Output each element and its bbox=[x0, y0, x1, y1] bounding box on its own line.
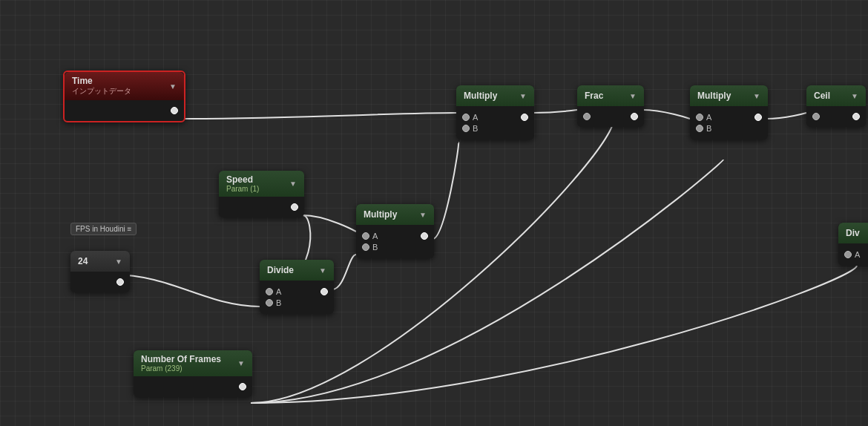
divide-output-a[interactable] bbox=[320, 288, 328, 295]
ceil-dropdown[interactable]: ▼ bbox=[851, 92, 858, 100]
div-partial-pin-a[interactable] bbox=[844, 251, 852, 258]
fps-label-icon: ≡ bbox=[127, 225, 131, 233]
multiply-right-title: Multiply bbox=[697, 91, 731, 101]
multiply-top-header: Multiply ▼ bbox=[456, 85, 534, 106]
multiply-left-dropdown[interactable]: ▼ bbox=[419, 211, 427, 219]
multiply-left-pin-a-row: A bbox=[362, 232, 428, 240]
ceil-pin-row bbox=[812, 113, 860, 120]
divide-node[interactable]: Divide ▼ A B bbox=[260, 260, 334, 314]
fps-label-text: FPS in Houdini bbox=[76, 225, 125, 233]
divide-pin-a[interactable] bbox=[266, 288, 273, 295]
multiply-right-body: A B bbox=[690, 106, 768, 140]
ceil-input-pin[interactable] bbox=[812, 113, 820, 120]
multiply-left-header: Multiply ▼ bbox=[356, 204, 434, 225]
numframes-node-title: Number Of Frames bbox=[141, 354, 221, 364]
time-node-title: Time bbox=[72, 76, 131, 86]
divide-pin-b[interactable] bbox=[266, 299, 273, 307]
ceil-title: Ceil bbox=[814, 91, 830, 101]
multiply-top-node[interactable]: Multiply ▼ A B bbox=[456, 85, 534, 140]
frac-pin-row bbox=[583, 113, 638, 120]
speed-node-subtitle: Param (1) bbox=[226, 185, 259, 193]
multiply-right-label-b: B bbox=[706, 124, 711, 133]
frac-header: Frac ▼ bbox=[577, 85, 644, 106]
numframes-node-body bbox=[134, 376, 252, 397]
div-partial-title: Div bbox=[846, 228, 860, 238]
multiply-top-pin-b[interactable] bbox=[462, 125, 470, 132]
multiply-top-dropdown[interactable]: ▼ bbox=[519, 92, 527, 100]
divide-node-header: Divide ▼ bbox=[260, 260, 334, 281]
ceil-body bbox=[806, 106, 866, 127]
ceil-header: Ceil ▼ bbox=[806, 85, 866, 106]
node-24-dropdown-icon[interactable]: ▼ bbox=[115, 258, 122, 266]
multiply-top-label-b: B bbox=[473, 124, 478, 133]
div-partial-body: A bbox=[838, 243, 868, 266]
multiply-left-title: Multiply bbox=[364, 209, 397, 220]
speed-node[interactable]: Speed Param (1) ▼ bbox=[219, 171, 304, 217]
multiply-right-pin-a-row: A bbox=[696, 113, 762, 122]
multiply-right-label-a: A bbox=[706, 113, 711, 122]
divide-pin-a-row: A bbox=[266, 287, 328, 296]
frac-title: Frac bbox=[585, 91, 603, 101]
node-24-output-pin[interactable] bbox=[116, 278, 124, 286]
time-node-body bbox=[65, 100, 184, 121]
multiply-right-header: Multiply ▼ bbox=[690, 85, 768, 106]
frac-node[interactable]: Frac ▼ bbox=[577, 85, 644, 127]
multiply-right-dropdown[interactable]: ▼ bbox=[753, 92, 760, 100]
multiply-top-title: Multiply bbox=[464, 91, 497, 101]
fps-label: FPS in Houdini ≡ bbox=[70, 223, 137, 235]
multiply-right-node[interactable]: Multiply ▼ A B bbox=[690, 85, 768, 140]
ceil-output-pin[interactable] bbox=[852, 113, 860, 120]
multiply-right-pin-b[interactable] bbox=[696, 125, 703, 132]
time-node[interactable]: Time インプットデータ ▼ bbox=[63, 71, 185, 122]
multiply-left-pin-b[interactable] bbox=[362, 243, 369, 251]
node-24-body bbox=[70, 272, 130, 292]
frac-dropdown[interactable]: ▼ bbox=[629, 92, 637, 100]
div-partial-pin-a-row: A bbox=[844, 250, 868, 259]
divide-dropdown-icon[interactable]: ▼ bbox=[319, 266, 326, 275]
multiply-top-pin-a[interactable] bbox=[462, 114, 470, 121]
node-24-title: 24 bbox=[78, 256, 88, 266]
multiply-left-pin-a[interactable] bbox=[362, 232, 369, 240]
multiply-top-body: A B bbox=[456, 106, 534, 140]
multiply-left-label-b: B bbox=[372, 243, 378, 252]
frac-output-pin[interactable] bbox=[631, 113, 638, 120]
time-output-pin[interactable] bbox=[171, 107, 178, 114]
multiply-left-body: A B bbox=[356, 225, 434, 258]
time-output-row bbox=[70, 107, 178, 114]
multiply-right-output[interactable] bbox=[754, 114, 762, 121]
numframes-dropdown-icon[interactable]: ▼ bbox=[237, 359, 245, 367]
multiply-top-label-a: A bbox=[473, 113, 478, 122]
multiply-top-pin-b-row: B bbox=[462, 124, 528, 133]
ceil-node[interactable]: Ceil ▼ bbox=[806, 85, 866, 127]
divide-label-a: A bbox=[276, 287, 281, 296]
multiply-left-node[interactable]: Multiply ▼ A B bbox=[356, 204, 434, 258]
frac-input-pin[interactable] bbox=[583, 113, 591, 120]
numframes-node-header: Number Of Frames Param (239) ▼ bbox=[134, 350, 252, 376]
multiply-right-pin-a[interactable] bbox=[696, 114, 703, 121]
time-node-header: Time インプットデータ ▼ bbox=[65, 72, 184, 100]
frac-body bbox=[577, 106, 644, 127]
speed-node-header: Speed Param (1) ▼ bbox=[219, 171, 304, 197]
numframes-output-row bbox=[139, 383, 246, 390]
numframes-output-pin[interactable] bbox=[239, 383, 246, 390]
divide-node-body: A B bbox=[260, 281, 334, 314]
multiply-left-pin-b-row: B bbox=[362, 243, 428, 252]
divide-pin-b-row: B bbox=[266, 298, 328, 307]
divide-node-title: Divide bbox=[267, 265, 294, 275]
multiply-top-output[interactable] bbox=[521, 114, 528, 121]
multiply-left-label-a: A bbox=[372, 232, 378, 240]
speed-dropdown-icon[interactable]: ▼ bbox=[289, 180, 297, 188]
speed-output-pin[interactable] bbox=[291, 203, 298, 211]
speed-node-title: Speed bbox=[226, 174, 259, 185]
numframes-node-subtitle: Param (239) bbox=[141, 364, 221, 373]
time-node-subtitle: インプットデータ bbox=[72, 86, 131, 96]
div-partial-node[interactable]: Div A bbox=[838, 223, 868, 266]
numframes-node[interactable]: Number Of Frames Param (239) ▼ bbox=[134, 350, 252, 397]
multiply-left-output[interactable] bbox=[421, 232, 428, 240]
div-partial-header: Div bbox=[838, 223, 868, 243]
time-dropdown-icon[interactable]: ▼ bbox=[169, 82, 177, 91]
node-24-output-row bbox=[76, 278, 124, 286]
node-24[interactable]: 24 ▼ bbox=[70, 251, 130, 292]
multiply-right-pin-b-row: B bbox=[696, 124, 762, 133]
multiply-top-pin-a-row: A bbox=[462, 113, 528, 122]
